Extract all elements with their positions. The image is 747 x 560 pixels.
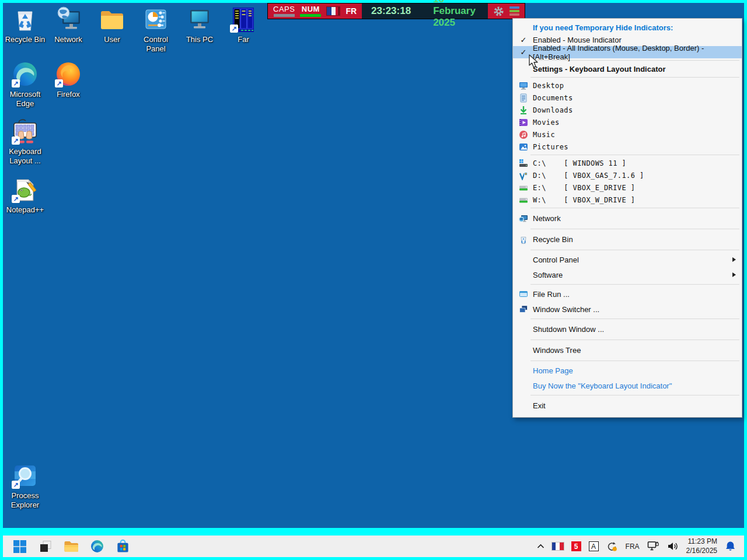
music-icon <box>518 130 529 139</box>
desktop-icon-control-panel[interactable]: Control Panel <box>134 5 177 54</box>
desktop-icon-label: Notepad++ <box>4 205 47 215</box>
microsoft-store-button[interactable] <box>115 539 130 554</box>
desktop-icon-keyboard-layout[interactable]: ↗ Keyboard Layout ... <box>4 117 47 166</box>
shortcut-arrow-icon: ↗ <box>12 79 20 88</box>
chevron-up-icon[interactable] <box>537 544 544 549</box>
run-window-icon <box>518 289 529 299</box>
menu-separator <box>530 360 739 361</box>
pictures-icon <box>518 142 529 152</box>
movies-icon <box>518 118 529 127</box>
menu-item-buy-now[interactable]: Buy Now the "Keyboard Layout Indicator" <box>513 378 742 393</box>
menu-item-drive-e[interactable]: E:\ [ VBOX_E_DRIVE ] <box>513 181 742 194</box>
control-panel-icon <box>142 5 170 33</box>
far-manager-icon: ↗ <box>229 5 257 33</box>
letter-indicator-badge[interactable]: A <box>589 541 599 551</box>
desktop-icon-label: Keyboard Layout ... <box>4 147 47 166</box>
desktop-icon-recycle-bin[interactable]: Recycle Bin <box>4 5 47 44</box>
monitor-plug-icon[interactable] <box>647 541 659 552</box>
french-flag-icon[interactable] <box>552 542 564 550</box>
date-display: 16 February 2025 <box>433 0 479 29</box>
caps-state-bar <box>274 14 295 17</box>
gear-icon[interactable] <box>493 6 504 17</box>
menu-separator <box>530 229 739 229</box>
menu-item-movies[interactable]: Movies <box>513 116 742 128</box>
menu-separator <box>530 77 739 78</box>
menu-separator <box>530 395 739 396</box>
bell-icon[interactable] <box>725 541 736 552</box>
menu-item-drive-c[interactable]: C:\ [ WINDOWS 11 ] <box>513 157 742 169</box>
checkmark-icon: ✓ <box>518 48 529 57</box>
desktop-icon-firefox[interactable]: ↗ Firefox <box>47 60 90 99</box>
firefox-icon: ↗ <box>54 60 82 88</box>
menu-item-windows-tree[interactable]: Windows Tree <box>513 342 742 359</box>
task-view-button[interactable] <box>38 539 53 554</box>
menu-item-network[interactable]: Network <box>513 210 742 227</box>
start-button[interactable] <box>12 539 27 554</box>
menu-item-control-panel[interactable]: Control Panel <box>513 252 742 267</box>
hard-drive-icon <box>518 195 529 205</box>
keyboard-layout-icon: ↗ <box>11 117 39 145</box>
shortcut-arrow-icon: ↗ <box>12 481 20 489</box>
desktop-icon-label: Firefox <box>47 90 90 99</box>
menu-item-software[interactable]: Software <box>513 267 742 282</box>
submenu-arrow-icon <box>732 272 736 277</box>
menu-item-enabled-all-indicators[interactable]: ✓ Enabled - All Indicators (Mouse, Deskt… <box>513 46 742 58</box>
edge-icon: ↗ <box>11 60 39 88</box>
menu-item-documents[interactable]: Documents <box>513 92 742 104</box>
menu-item-shutdown-window[interactable]: Shutdown Window ... <box>513 321 742 338</box>
desktop-icon-label: Network <box>47 35 90 44</box>
shortcut-arrow-icon: ↗ <box>12 136 20 145</box>
virtualbox-drive-icon <box>518 171 529 180</box>
menu-item-settings[interactable]: Settings - Keyboard Layout Indicator <box>513 62 742 75</box>
menu-separator <box>530 250 739 250</box>
desktop-icon-label: Recycle Bin <box>4 35 47 44</box>
menu-item-window-switcher[interactable]: Window Switcher ... <box>513 302 742 317</box>
tray-clock[interactable]: 11:23 PM 2/16/2025 <box>686 537 717 555</box>
desktop-icon-label: User <box>90 35 134 44</box>
menu-icon[interactable] <box>509 6 519 16</box>
time-display: 23:23:18 <box>371 5 411 17</box>
edge-button[interactable] <box>89 539 104 554</box>
keyboard-layout-badge[interactable]: 5 <box>571 541 581 551</box>
menu-item-downloads[interactable]: Downloads <box>513 104 742 116</box>
desktop-icon-process-explorer[interactable]: ↗ Process Explorer <box>4 461 47 510</box>
desktop-icon <box>518 81 529 90</box>
windows-drive-icon <box>518 159 529 168</box>
clock-section: 23:23:18 16 February 2025 <box>362 4 488 19</box>
this-pc-icon <box>186 5 214 33</box>
desktop-icon-label: Process Explorer <box>4 491 47 510</box>
tray-language-label[interactable]: FRA <box>626 542 640 551</box>
file-explorer-button[interactable] <box>64 539 79 554</box>
menu-item-recycle-bin[interactable]: Recycle Bin <box>513 231 742 248</box>
speaker-icon[interactable] <box>667 541 679 551</box>
system-tray: 5 A FRA 11:23 PM 2/16/2025 <box>537 537 744 555</box>
desktop-icon-this-pc[interactable]: This PC <box>178 5 221 44</box>
menu-item-exit[interactable]: Exit <box>513 397 742 414</box>
menu-item-home-page[interactable]: Home Page <box>513 363 742 378</box>
notepad-plus-plus-icon: ↗ <box>11 176 39 204</box>
menu-item-drive-d[interactable]: D:\ [ VBOX_GAS_7.1.6 ] <box>513 169 742 181</box>
menu-item-drive-w[interactable]: W:\ [ VBOX_W_DRIVE ] <box>513 194 742 206</box>
menu-item-desktop[interactable]: Desktop <box>513 79 742 92</box>
taskbar: 5 A FRA 11:23 PM 2/16/2025 <box>3 536 744 557</box>
shortcut-arrow-icon: ↗ <box>12 195 20 203</box>
sync-icon[interactable] <box>606 541 618 552</box>
desktop-icon-microsoft-edge[interactable]: ↗ Microsoft Edge <box>4 60 47 108</box>
num-state-bar <box>300 14 321 17</box>
menu-item-music[interactable]: Music <box>513 128 742 141</box>
menu-item-file-run[interactable]: File Run ... <box>513 286 742 302</box>
window-switcher-icon <box>518 304 529 314</box>
indicator-controls-section <box>488 4 525 19</box>
indicator-bar: CAPS NUM FR 23:23:18 16 February 2025 <box>267 3 525 19</box>
keyboard-state-section: CAPS NUM FR <box>268 4 362 19</box>
desktop-icon-far[interactable]: ↗ Far <box>222 5 265 44</box>
desktop-icon-notepad-plus-plus[interactable]: ↗ Notepad++ <box>4 176 47 215</box>
checkmark-icon: ✓ <box>518 36 529 44</box>
menu-header: If you need Temporary Hide Indicators: <box>513 21 742 34</box>
desktop-icon-label: This PC <box>178 35 221 44</box>
keyboard-indicator-menu: If you need Temporary Hide Indicators: ✓… <box>512 18 742 418</box>
recycle-bin-small-icon <box>518 235 529 244</box>
desktop-icon-network[interactable]: Network <box>47 5 90 44</box>
desktop-icon-user[interactable]: User <box>90 5 134 44</box>
menu-item-pictures[interactable]: Pictures <box>513 141 742 153</box>
